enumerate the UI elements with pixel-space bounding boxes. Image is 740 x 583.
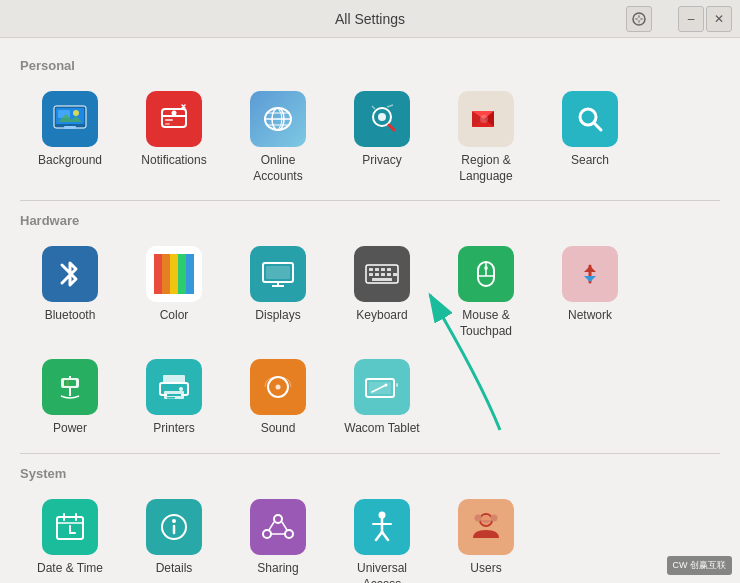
svg-rect-60 bbox=[64, 380, 76, 386]
section-personal-title: Personal bbox=[20, 58, 720, 73]
item-keyboard[interactable]: Keyboard bbox=[332, 238, 432, 347]
item-users[interactable]: Users bbox=[436, 491, 536, 583]
sound-label: Sound bbox=[261, 421, 296, 437]
svg-line-24 bbox=[389, 125, 394, 130]
network-label: Network bbox=[568, 308, 612, 324]
section-system: System Date & Time bbox=[20, 466, 720, 583]
notifications-icon bbox=[146, 91, 202, 147]
svg-point-89 bbox=[285, 530, 293, 538]
printers-icon bbox=[146, 359, 202, 415]
keyboard-label: Keyboard bbox=[356, 308, 407, 324]
svg-rect-16 bbox=[165, 123, 170, 125]
item-network[interactable]: Network bbox=[540, 238, 640, 347]
printers-label: Printers bbox=[153, 421, 194, 437]
item-sound[interactable]: Sound bbox=[228, 351, 328, 445]
svg-point-58 bbox=[484, 266, 488, 270]
power-icon bbox=[42, 359, 98, 415]
svg-rect-35 bbox=[154, 254, 162, 294]
item-universal-access[interactable]: UniversalAccess bbox=[332, 491, 432, 583]
svg-rect-53 bbox=[372, 278, 392, 281]
item-bluetooth[interactable]: Bluetooth bbox=[20, 238, 120, 347]
sharing-label: Sharing bbox=[257, 561, 298, 577]
close-button[interactable]: ✕ bbox=[706, 6, 732, 32]
svg-marker-4 bbox=[640, 17, 644, 19]
universal-access-icon bbox=[354, 499, 410, 555]
item-details[interactable]: Details bbox=[124, 491, 224, 583]
titlebar: All Settings – ✕ bbox=[0, 0, 740, 38]
svg-rect-39 bbox=[186, 254, 194, 294]
users-label: Users bbox=[470, 561, 501, 577]
svg-line-91 bbox=[282, 522, 287, 530]
bluetooth-label: Bluetooth bbox=[45, 308, 96, 324]
privacy-label: Privacy bbox=[362, 153, 401, 169]
item-date-time[interactable]: Date & Time bbox=[20, 491, 120, 583]
search-icon bbox=[562, 91, 618, 147]
svg-rect-36 bbox=[162, 254, 170, 294]
sharing-icon bbox=[250, 499, 306, 555]
svg-point-14 bbox=[172, 111, 177, 116]
svg-rect-49 bbox=[369, 273, 373, 276]
displays-icon bbox=[250, 246, 306, 302]
svg-rect-37 bbox=[170, 254, 178, 294]
item-mouse-touchpad[interactable]: Mouse &Touchpad bbox=[436, 238, 536, 347]
personal-hardware-divider bbox=[20, 200, 720, 201]
svg-marker-1 bbox=[638, 14, 640, 18]
svg-rect-38 bbox=[178, 254, 186, 294]
region-language-label: Region &Language bbox=[459, 153, 512, 184]
details-label: Details bbox=[156, 561, 193, 577]
svg-point-86 bbox=[172, 519, 176, 523]
search-label: Search bbox=[571, 153, 609, 169]
online-accounts-icon bbox=[250, 91, 306, 147]
color-icon bbox=[146, 246, 202, 302]
background-icon bbox=[42, 91, 98, 147]
svg-rect-51 bbox=[381, 273, 385, 276]
settings-window: All Settings – ✕ Personal bbox=[0, 0, 740, 583]
svg-rect-50 bbox=[375, 273, 379, 276]
svg-marker-3 bbox=[634, 17, 638, 19]
item-privacy[interactable]: Privacy bbox=[332, 83, 432, 192]
item-search[interactable]: Search bbox=[540, 83, 640, 192]
online-accounts-label: OnlineAccounts bbox=[253, 153, 302, 184]
svg-rect-52 bbox=[387, 273, 391, 276]
section-hardware: Hardware Bluetooth bbox=[20, 213, 720, 445]
item-notifications[interactable]: Notifications bbox=[124, 83, 224, 192]
item-background[interactable]: Background bbox=[20, 83, 120, 192]
svg-rect-15 bbox=[165, 119, 173, 121]
svg-rect-45 bbox=[369, 268, 373, 271]
minimize-button[interactable]: – bbox=[678, 6, 704, 32]
item-power[interactable]: Power bbox=[20, 351, 120, 445]
item-sharing[interactable]: Sharing bbox=[228, 491, 328, 583]
wacom-tablet-icon bbox=[354, 359, 410, 415]
hardware-grid: Bluetooth Color bbox=[20, 238, 720, 445]
date-time-icon bbox=[42, 499, 98, 555]
date-time-label: Date & Time bbox=[37, 561, 103, 577]
svg-point-10 bbox=[73, 110, 79, 116]
item-online-accounts[interactable]: OnlineAccounts bbox=[228, 83, 328, 192]
background-label: Background bbox=[38, 153, 102, 169]
item-color[interactable]: Color bbox=[124, 238, 224, 347]
compass-button[interactable] bbox=[626, 6, 652, 32]
network-icon bbox=[562, 246, 618, 302]
item-printers[interactable]: Printers bbox=[124, 351, 224, 445]
svg-point-23 bbox=[378, 113, 386, 121]
region-language-icon bbox=[458, 91, 514, 147]
item-wacom-tablet[interactable]: Wacom Tablet bbox=[332, 351, 432, 445]
displays-label: Displays bbox=[255, 308, 300, 324]
svg-point-32 bbox=[480, 115, 488, 123]
window-controls: – ✕ bbox=[678, 6, 732, 32]
item-displays[interactable]: Displays bbox=[228, 238, 328, 347]
svg-rect-75 bbox=[396, 383, 398, 387]
svg-marker-2 bbox=[638, 20, 640, 24]
users-icon bbox=[458, 499, 514, 555]
svg-rect-47 bbox=[381, 268, 385, 271]
mouse-touchpad-icon bbox=[458, 246, 514, 302]
svg-point-67 bbox=[179, 387, 183, 391]
details-icon bbox=[146, 499, 202, 555]
svg-line-96 bbox=[376, 532, 382, 540]
svg-rect-69 bbox=[167, 397, 175, 399]
system-grid: Date & Time Details bbox=[20, 491, 720, 583]
item-region-language[interactable]: Region &Language bbox=[436, 83, 536, 192]
svg-rect-11 bbox=[64, 126, 76, 129]
svg-rect-68 bbox=[167, 394, 181, 396]
svg-point-87 bbox=[274, 515, 282, 523]
